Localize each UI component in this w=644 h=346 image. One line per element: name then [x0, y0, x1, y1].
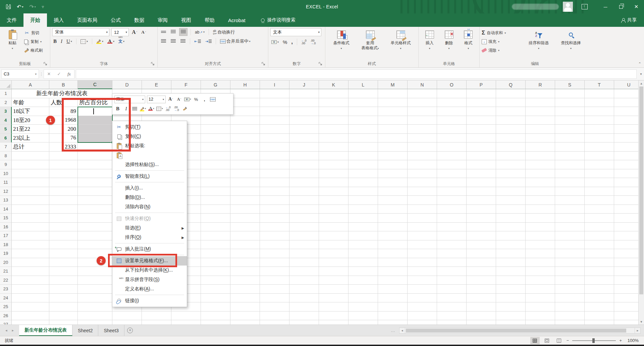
cell-R9[interactable]	[526, 160, 555, 169]
cell-Q27[interactable]	[496, 320, 526, 325]
mini-decrease-font-button[interactable]: Aˇ	[176, 96, 182, 103]
cell-B20[interactable]	[49, 258, 78, 267]
cell-Q7[interactable]	[496, 142, 526, 152]
restore-button[interactable]	[613, 0, 629, 13]
cell-Q15[interactable]	[496, 214, 526, 223]
cell-O24[interactable]	[437, 294, 467, 303]
cell-C5[interactable]	[78, 125, 112, 134]
cell-Q2[interactable]	[496, 98, 526, 107]
format-as-table-button[interactable]: 套用 表格格式▾	[357, 28, 384, 51]
cell-L16[interactable]	[348, 223, 378, 232]
font-size-combobox[interactable]: 12▾	[111, 28, 129, 36]
mini-percent-button[interactable]: %	[193, 96, 200, 103]
column-header-A[interactable]: A	[12, 80, 49, 89]
cell-P21[interactable]	[467, 267, 496, 276]
cell-P8[interactable]	[467, 152, 496, 161]
cell-M10[interactable]	[378, 169, 408, 178]
cell-I17[interactable]	[260, 231, 289, 240]
cell-A21[interactable]	[12, 267, 49, 276]
cell-R1[interactable]	[526, 89, 555, 98]
cell-N11[interactable]	[408, 178, 437, 187]
cell-A17[interactable]	[12, 231, 49, 240]
cell-H16[interactable]	[230, 223, 260, 232]
cell-Q14[interactable]	[496, 205, 526, 214]
cell-O22[interactable]	[437, 276, 467, 285]
cell-L8[interactable]	[348, 152, 378, 161]
cell-G26[interactable]	[201, 311, 230, 321]
ribbon-tab-页面布局[interactable]: 页面布局	[70, 13, 104, 27]
cell-P18[interactable]	[467, 240, 496, 249]
cell-B18[interactable]	[49, 240, 78, 249]
column-header-R[interactable]: R	[526, 80, 555, 89]
cell-O23[interactable]	[437, 285, 467, 294]
cell-B2[interactable]: 人数	[49, 98, 78, 107]
column-header-P[interactable]: P	[467, 80, 496, 89]
cell-K5[interactable]	[319, 125, 348, 134]
ribbon-tab-文件[interactable]: 文件	[0, 13, 23, 27]
cell-J23[interactable]	[289, 285, 319, 294]
menu-item-从下拉列表中选择[interactable]: 从下拉列表中选择(K)...	[112, 266, 187, 275]
menu-item-剪切[interactable]: 剪切(T)	[112, 122, 187, 132]
cell-S6[interactable]	[555, 134, 585, 143]
cell-H3[interactable]	[230, 107, 260, 116]
cell-P20[interactable]	[467, 258, 496, 267]
cell-P25[interactable]	[467, 302, 496, 311]
cell-B21[interactable]	[49, 267, 78, 276]
cell-J1[interactable]	[289, 89, 319, 98]
cell-J9[interactable]	[289, 160, 319, 169]
cell-C17[interactable]	[78, 231, 112, 240]
cell-M19[interactable]	[378, 249, 408, 258]
share-button[interactable]: 共享	[614, 13, 644, 27]
cell-T23[interactable]	[585, 285, 614, 294]
cell-O12[interactable]	[437, 187, 467, 196]
cell-G18[interactable]	[201, 240, 230, 249]
minimize-button[interactable]: ─	[598, 0, 613, 13]
cell-G21[interactable]	[201, 267, 230, 276]
cell-K6[interactable]	[319, 134, 348, 143]
cell-B15[interactable]	[49, 214, 78, 223]
cell-A5[interactable]: 21至22	[12, 125, 49, 134]
cell-H19[interactable]	[230, 249, 260, 258]
cell-I3[interactable]	[260, 107, 289, 116]
zoom-out-button[interactable]: −	[567, 338, 569, 343]
ribbon-tab-帮助[interactable]: 帮助	[198, 13, 221, 27]
cell-Q3[interactable]	[496, 107, 526, 116]
cell-M18[interactable]	[378, 240, 408, 249]
cell-I15[interactable]	[260, 214, 289, 223]
scroll-left-icon[interactable]: ◂	[399, 328, 405, 334]
cell-K20[interactable]	[319, 258, 348, 267]
cell-Q22[interactable]	[496, 276, 526, 285]
cell-K8[interactable]	[319, 152, 348, 161]
cell-H25[interactable]	[230, 302, 260, 311]
cell-T14[interactable]	[585, 205, 614, 214]
cell-L24[interactable]	[348, 294, 378, 303]
cell-C24[interactable]	[78, 294, 112, 303]
cell-J13[interactable]	[289, 196, 319, 205]
cell-M2[interactable]	[378, 98, 408, 107]
cell-L7[interactable]	[348, 142, 378, 152]
cell-C13[interactable]	[78, 196, 112, 205]
cell-O27[interactable]	[437, 320, 467, 325]
clear-button[interactable]: 清除▾	[482, 47, 522, 54]
cell-K14[interactable]	[319, 205, 348, 214]
cell-C4[interactable]	[78, 116, 112, 125]
cell-M27[interactable]	[378, 320, 408, 325]
cell-G14[interactable]	[201, 205, 230, 214]
cell-H12[interactable]	[230, 187, 260, 196]
mini-italic-button[interactable]: I	[123, 105, 129, 113]
formula-input[interactable]	[76, 69, 637, 79]
cell-C26[interactable]	[78, 311, 112, 321]
cell-L5[interactable]	[348, 125, 378, 134]
cell-R5[interactable]	[526, 125, 555, 134]
ribbon-display-options-icon[interactable]	[582, 4, 588, 9]
cell-N6[interactable]	[408, 134, 437, 143]
cell-G24[interactable]	[201, 294, 230, 303]
column-header-O[interactable]: O	[437, 80, 467, 89]
menu-item-插入[interactable]: 插入(I)...	[112, 183, 187, 193]
cell-T25[interactable]	[585, 302, 614, 311]
cell-T11[interactable]	[585, 178, 614, 187]
cell-G9[interactable]	[201, 160, 230, 169]
cell-A27[interactable]	[12, 320, 49, 325]
cell-O16[interactable]	[437, 223, 467, 232]
cell-K16[interactable]	[319, 223, 348, 232]
